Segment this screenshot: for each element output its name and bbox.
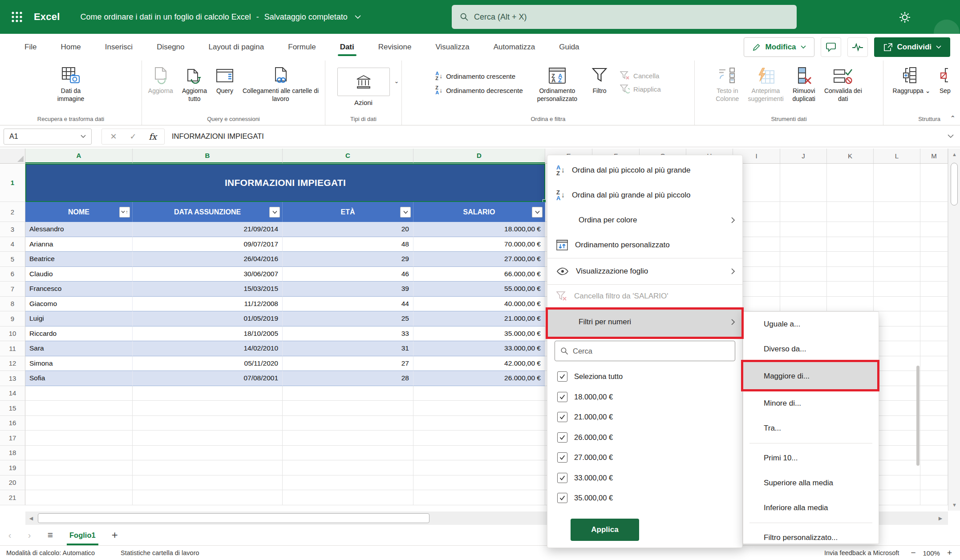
cell-A14[interactable] [25, 386, 133, 401]
submenu-item-diverso-da[interactable]: Diverso da... [743, 337, 879, 362]
cell-C14[interactable] [283, 386, 413, 401]
clear-filter-button[interactable]: Cancella [620, 71, 661, 80]
cell-L10[interactable] [874, 326, 920, 342]
cell-hire-date[interactable]: 21/09/2014 [133, 222, 283, 237]
cell-L9[interactable] [874, 311, 920, 326]
cell-M17[interactable] [920, 431, 948, 446]
cell-A20[interactable] [25, 475, 133, 491]
queries-button[interactable]: Query [211, 65, 238, 96]
cell-name[interactable]: Claudio [25, 267, 133, 282]
cell-J3[interactable] [780, 222, 827, 237]
sort-ascending-button[interactable]: AZ↓ Ordinamento crescente [435, 71, 523, 81]
submenu-item-filtro-personalizzato[interactable]: Filtro personalizzato... [743, 525, 879, 550]
scroll-down-arrow[interactable]: ▼ [948, 499, 960, 511]
tab-guida[interactable]: Guida [547, 36, 591, 58]
scroll-up-arrow[interactable]: ▲ [948, 149, 960, 160]
row-header-5[interactable]: 5 [0, 252, 25, 267]
cell-hire-date[interactable]: 07/08/2001 [133, 371, 283, 386]
column-header-D[interactable]: D [413, 149, 545, 163]
cell-L4[interactable] [874, 237, 920, 252]
cell-M14[interactable] [920, 386, 948, 401]
cell-age[interactable]: 27 [283, 356, 413, 371]
checkbox-checked-icon[interactable] [557, 473, 567, 483]
edit-mode-button[interactable]: Modifica [744, 37, 814, 57]
cell-salary[interactable]: 42.000,00 € [413, 356, 545, 371]
cell-J2[interactable] [780, 202, 827, 222]
cell-salary[interactable]: 18.000,00 € [413, 222, 545, 237]
search-input[interactable] [474, 12, 741, 22]
cell-A16[interactable] [25, 416, 133, 431]
cell-age[interactable]: 48 [283, 237, 413, 252]
row-header-15[interactable]: 15 [0, 401, 25, 416]
cell-name[interactable]: Sara [25, 341, 133, 356]
filter-check-value[interactable]: 21.000,00 € [557, 407, 742, 427]
cell-M5[interactable] [920, 252, 948, 267]
cell-L2[interactable] [874, 202, 920, 222]
cell-age[interactable]: 39 [283, 282, 413, 297]
menu-item-sort-ascending[interactable]: AZ↓ Ordina dal più piccolo al più grande [547, 158, 742, 183]
cell-name[interactable]: Sofia [25, 371, 133, 386]
checkbox-checked-icon[interactable] [557, 493, 567, 503]
tab-inserisci[interactable]: Inserisci [93, 36, 145, 58]
zoom-out-button[interactable]: − [911, 548, 915, 558]
cell-hire-date[interactable]: 11/12/2008 [133, 297, 283, 312]
cell-D14[interactable] [413, 386, 545, 401]
row-header-13[interactable]: 13 [0, 371, 25, 386]
cell-L8[interactable] [874, 297, 920, 312]
row-header-16[interactable]: 16 [0, 416, 25, 431]
cell-L17[interactable] [874, 431, 920, 446]
row-header-4[interactable]: 4 [0, 237, 25, 252]
row-header-14[interactable]: 14 [0, 386, 25, 401]
row-header-3[interactable]: 3 [0, 222, 25, 237]
cell-M7[interactable] [920, 282, 948, 297]
cell-L16[interactable] [874, 416, 920, 431]
cell-M13[interactable] [920, 371, 948, 386]
cell-age[interactable]: 46 [283, 267, 413, 282]
cell-hire-date[interactable]: 26/04/2016 [133, 252, 283, 267]
cell-salary[interactable]: 40.000,00 € [413, 297, 545, 312]
cell-K8[interactable] [827, 297, 874, 312]
row-header-6[interactable]: 6 [0, 267, 25, 282]
cell-M19[interactable] [920, 460, 948, 475]
tab-visualizza[interactable]: Visualizza [423, 36, 481, 58]
cell-J4[interactable] [780, 237, 827, 252]
row-header-11[interactable]: 11 [0, 341, 25, 356]
ribbon-collapse-icon[interactable]: ⌃ [950, 114, 956, 122]
table-header-età[interactable]: ETÀ [283, 202, 413, 222]
cell-C17[interactable] [283, 431, 413, 446]
cell-L15[interactable] [874, 401, 920, 416]
cell-L11[interactable] [874, 341, 920, 356]
cell-C18[interactable] [283, 446, 413, 461]
scroll-left-arrow[interactable]: ◀ [25, 512, 37, 525]
cell-D21[interactable] [413, 490, 545, 505]
cell-D17[interactable] [413, 431, 545, 446]
cell-K2[interactable] [827, 202, 874, 222]
cell-L14[interactable] [874, 386, 920, 401]
cell-age[interactable]: 29 [283, 252, 413, 267]
cell-A21[interactable] [25, 490, 133, 505]
cell-C16[interactable] [283, 416, 413, 431]
submenu-item-primi-10[interactable]: Primi 10... [743, 446, 879, 471]
cell-A17[interactable] [25, 431, 133, 446]
cell-C21[interactable] [283, 490, 413, 505]
tab-disegno[interactable]: Disegno [145, 36, 196, 58]
cell-L21[interactable] [874, 490, 920, 505]
vertical-scrollbar[interactable]: ▲ ▼ [948, 149, 960, 511]
cell-J5[interactable] [780, 252, 827, 267]
cell-age[interactable]: 33 [283, 326, 413, 342]
cell-name[interactable]: Arianna [25, 237, 133, 252]
column-filter-button-D[interactable] [532, 207, 543, 218]
vertical-scroll-thumb[interactable] [951, 163, 958, 205]
tab-home[interactable]: Home [49, 36, 93, 58]
cell-age[interactable]: 25 [283, 311, 413, 326]
cell-K6[interactable] [827, 267, 874, 282]
row-header-21[interactable]: 21 [0, 490, 25, 505]
cell-M18[interactable] [920, 446, 948, 461]
cell-B14[interactable] [133, 386, 283, 401]
row-header-19[interactable]: 19 [0, 460, 25, 475]
cell-salary[interactable]: 27.000,00 € [413, 252, 545, 267]
cell-L19[interactable] [874, 460, 920, 475]
cell-B19[interactable] [133, 460, 283, 475]
group-button[interactable]: Raggruppa ⌄ [888, 65, 935, 96]
row-header-20[interactable]: 20 [0, 475, 25, 491]
